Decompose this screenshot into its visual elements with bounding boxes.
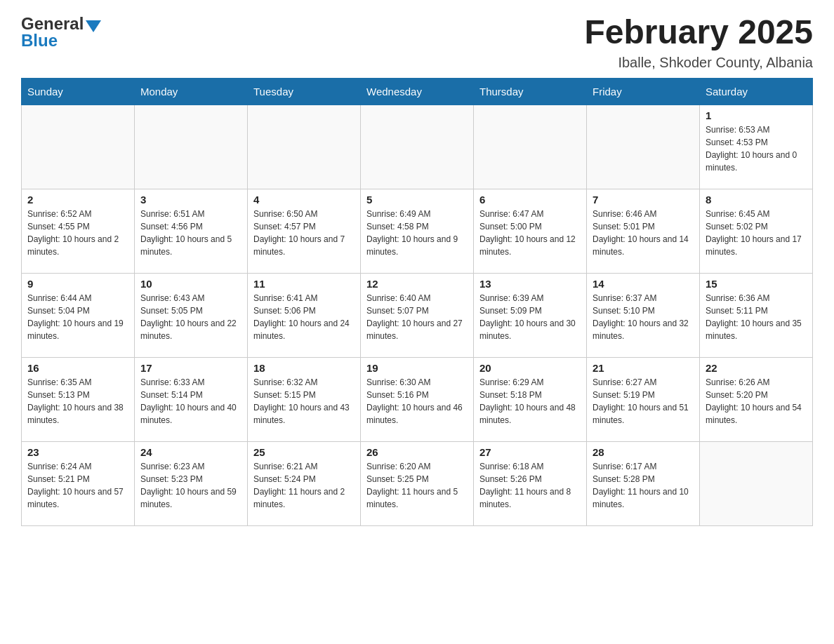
- day-number: 8: [706, 194, 807, 206]
- calendar-cell: [135, 105, 248, 189]
- day-info: Sunrise: 6:33 AMSunset: 5:14 PMDaylight:…: [140, 376, 241, 427]
- calendar-cell: 16Sunrise: 6:35 AMSunset: 5:13 PMDayligh…: [22, 357, 135, 441]
- day-number: 1: [706, 109, 807, 121]
- logo-arrow-icon: [86, 20, 101, 32]
- day-info: Sunrise: 6:49 AMSunset: 4:58 PMDaylight:…: [366, 208, 468, 258]
- calendar-header-row: SundayMondayTuesdayWednesdayThursdayFrid…: [22, 78, 813, 105]
- day-number: 7: [593, 194, 694, 206]
- day-number: 19: [366, 362, 468, 374]
- day-number: 14: [593, 278, 694, 290]
- calendar-cell: 22Sunrise: 6:26 AMSunset: 5:20 PMDayligh…: [700, 357, 813, 441]
- day-info: Sunrise: 6:50 AMSunset: 4:57 PMDaylight:…: [253, 208, 355, 258]
- day-number: 27: [479, 446, 581, 458]
- logo-blue-text: Blue: [21, 31, 58, 50]
- calendar-cell: 12Sunrise: 6:40 AMSunset: 5:07 PMDayligh…: [361, 273, 474, 357]
- day-info: Sunrise: 6:37 AMSunset: 5:10 PMDaylight:…: [593, 292, 694, 342]
- day-number: 15: [706, 278, 807, 290]
- day-info: Sunrise: 6:30 AMSunset: 5:16 PMDaylight:…: [366, 376, 468, 427]
- day-number: 5: [366, 194, 468, 206]
- title-section: February 2025 Iballe, Shkoder County, Al…: [584, 14, 813, 71]
- day-number: 13: [479, 278, 581, 290]
- day-info: Sunrise: 6:24 AMSunset: 5:21 PMDaylight:…: [27, 460, 128, 511]
- day-number: 28: [593, 446, 694, 458]
- col-header-sunday: Sunday: [22, 78, 135, 105]
- calendar-cell: 6Sunrise: 6:47 AMSunset: 5:00 PMDaylight…: [474, 189, 587, 273]
- day-info: Sunrise: 6:26 AMSunset: 5:20 PMDaylight:…: [706, 376, 807, 427]
- day-number: 17: [140, 362, 241, 374]
- day-info: Sunrise: 6:41 AMSunset: 5:06 PMDaylight:…: [253, 292, 355, 342]
- calendar-week-3: 16Sunrise: 6:35 AMSunset: 5:13 PMDayligh…: [22, 357, 813, 441]
- col-header-thursday: Thursday: [474, 78, 587, 105]
- col-header-friday: Friday: [587, 78, 700, 105]
- day-info: Sunrise: 6:39 AMSunset: 5:09 PMDaylight:…: [479, 292, 581, 342]
- col-header-tuesday: Tuesday: [248, 78, 361, 105]
- month-title: February 2025: [584, 14, 813, 51]
- calendar-cell: 13Sunrise: 6:39 AMSunset: 5:09 PMDayligh…: [474, 273, 587, 357]
- calendar-cell: 7Sunrise: 6:46 AMSunset: 5:01 PMDaylight…: [587, 189, 700, 273]
- calendar-cell: 17Sunrise: 6:33 AMSunset: 5:14 PMDayligh…: [135, 357, 248, 441]
- day-info: Sunrise: 6:29 AMSunset: 5:18 PMDaylight:…: [479, 376, 581, 427]
- day-number: 16: [27, 362, 128, 374]
- col-header-saturday: Saturday: [700, 78, 813, 105]
- day-info: Sunrise: 6:52 AMSunset: 4:55 PMDaylight:…: [27, 208, 128, 258]
- calendar-cell: [474, 105, 587, 189]
- day-number: 4: [253, 194, 355, 206]
- day-number: 25: [253, 446, 355, 458]
- calendar-week-0: 1Sunrise: 6:53 AMSunset: 4:53 PMDaylight…: [22, 105, 813, 189]
- day-number: 2: [27, 194, 128, 206]
- day-info: Sunrise: 6:46 AMSunset: 5:01 PMDaylight:…: [593, 208, 694, 258]
- day-info: Sunrise: 6:53 AMSunset: 4:53 PMDaylight:…: [706, 123, 807, 174]
- day-info: Sunrise: 6:27 AMSunset: 5:19 PMDaylight:…: [593, 376, 694, 427]
- day-info: Sunrise: 6:47 AMSunset: 5:00 PMDaylight:…: [479, 208, 581, 258]
- day-info: Sunrise: 6:51 AMSunset: 4:56 PMDaylight:…: [140, 208, 241, 258]
- calendar-cell: 5Sunrise: 6:49 AMSunset: 4:58 PMDaylight…: [361, 189, 474, 273]
- calendar-cell: [248, 105, 361, 189]
- day-number: 20: [479, 362, 581, 374]
- calendar-cell: [587, 105, 700, 189]
- day-number: 12: [366, 278, 468, 290]
- calendar-cell: [700, 441, 813, 525]
- calendar-week-1: 2Sunrise: 6:52 AMSunset: 4:55 PMDaylight…: [22, 189, 813, 273]
- day-info: Sunrise: 6:35 AMSunset: 5:13 PMDaylight:…: [27, 376, 128, 427]
- calendar-cell: 28Sunrise: 6:17 AMSunset: 5:28 PMDayligh…: [587, 441, 700, 525]
- day-info: Sunrise: 6:23 AMSunset: 5:23 PMDaylight:…: [140, 460, 241, 511]
- calendar-week-2: 9Sunrise: 6:44 AMSunset: 5:04 PMDaylight…: [22, 273, 813, 357]
- calendar-cell: 14Sunrise: 6:37 AMSunset: 5:10 PMDayligh…: [587, 273, 700, 357]
- day-info: Sunrise: 6:20 AMSunset: 5:25 PMDaylight:…: [366, 460, 468, 511]
- calendar-cell: 19Sunrise: 6:30 AMSunset: 5:16 PMDayligh…: [361, 357, 474, 441]
- calendar-cell: 23Sunrise: 6:24 AMSunset: 5:21 PMDayligh…: [22, 441, 135, 525]
- location-title: Iballe, Shkoder County, Albania: [584, 55, 813, 71]
- day-info: Sunrise: 6:40 AMSunset: 5:07 PMDaylight:…: [366, 292, 468, 342]
- day-info: Sunrise: 6:43 AMSunset: 5:05 PMDaylight:…: [140, 292, 241, 342]
- day-number: 26: [366, 446, 468, 458]
- day-info: Sunrise: 6:18 AMSunset: 5:26 PMDaylight:…: [479, 460, 581, 511]
- calendar-week-4: 23Sunrise: 6:24 AMSunset: 5:21 PMDayligh…: [22, 441, 813, 525]
- calendar-cell: 15Sunrise: 6:36 AMSunset: 5:11 PMDayligh…: [700, 273, 813, 357]
- day-info: Sunrise: 6:32 AMSunset: 5:15 PMDaylight:…: [253, 376, 355, 427]
- logo: General Blue: [21, 14, 101, 51]
- calendar-cell: [361, 105, 474, 189]
- calendar-cell: 2Sunrise: 6:52 AMSunset: 4:55 PMDaylight…: [22, 189, 135, 273]
- calendar-cell: 21Sunrise: 6:27 AMSunset: 5:19 PMDayligh…: [587, 357, 700, 441]
- calendar-cell: 9Sunrise: 6:44 AMSunset: 5:04 PMDaylight…: [22, 273, 135, 357]
- day-info: Sunrise: 6:44 AMSunset: 5:04 PMDaylight:…: [27, 292, 128, 342]
- day-number: 24: [140, 446, 241, 458]
- calendar-cell: 18Sunrise: 6:32 AMSunset: 5:15 PMDayligh…: [248, 357, 361, 441]
- day-number: 21: [593, 362, 694, 374]
- day-number: 22: [706, 362, 807, 374]
- day-info: Sunrise: 6:17 AMSunset: 5:28 PMDaylight:…: [593, 460, 694, 511]
- calendar-cell: 8Sunrise: 6:45 AMSunset: 5:02 PMDaylight…: [700, 189, 813, 273]
- page-header: General Blue February 2025 Iballe, Shkod…: [21, 14, 813, 71]
- day-number: 11: [253, 278, 355, 290]
- day-number: 23: [27, 446, 128, 458]
- calendar-cell: 24Sunrise: 6:23 AMSunset: 5:23 PMDayligh…: [135, 441, 248, 525]
- calendar-cell: 20Sunrise: 6:29 AMSunset: 5:18 PMDayligh…: [474, 357, 587, 441]
- day-number: 18: [253, 362, 355, 374]
- day-info: Sunrise: 6:45 AMSunset: 5:02 PMDaylight:…: [706, 208, 807, 258]
- calendar-cell: 26Sunrise: 6:20 AMSunset: 5:25 PMDayligh…: [361, 441, 474, 525]
- day-info: Sunrise: 6:21 AMSunset: 5:24 PMDaylight:…: [253, 460, 355, 511]
- calendar-table: SundayMondayTuesdayWednesdayThursdayFrid…: [21, 78, 813, 526]
- calendar-cell: 3Sunrise: 6:51 AMSunset: 4:56 PMDaylight…: [135, 189, 248, 273]
- calendar-cell: 25Sunrise: 6:21 AMSunset: 5:24 PMDayligh…: [248, 441, 361, 525]
- calendar-cell: 11Sunrise: 6:41 AMSunset: 5:06 PMDayligh…: [248, 273, 361, 357]
